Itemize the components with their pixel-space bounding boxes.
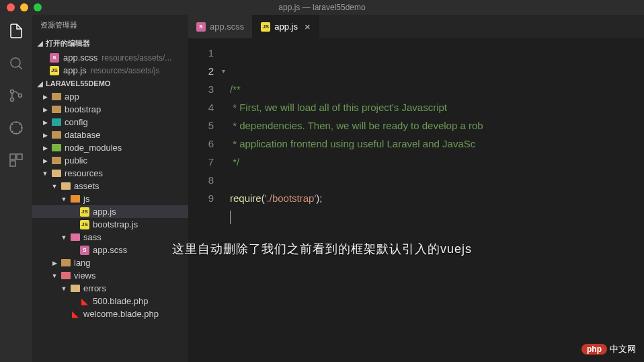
chevron-icon: ▼ — [61, 234, 67, 241]
tree-item[interactable]: ▶app — [32, 90, 188, 103]
title-bar: app.js — laravel55demo — [0, 0, 644, 15]
tree-item-label: js — [83, 194, 89, 204]
tree-item-label: bootstrap.js — [93, 219, 138, 229]
tree-item-label: resources — [65, 168, 103, 178]
tree-item[interactable]: ▶lang — [32, 256, 188, 269]
tree-item[interactable]: ▶node_modules — [32, 141, 188, 154]
activity-bar — [0, 15, 32, 362]
source-control-icon[interactable] — [7, 86, 26, 105]
tree-item-label: bootstrap — [65, 104, 101, 114]
maximize-window[interactable] — [34, 3, 42, 11]
chevron-icon: ▼ — [61, 196, 67, 203]
folder-icon — [52, 106, 61, 113]
chevron-icon: ▼ — [61, 285, 67, 292]
open-editors-label: 打开的编辑器 — [46, 38, 90, 48]
tree-item[interactable]: ▶public — [32, 154, 188, 167]
folder-icon — [52, 131, 61, 139]
close-window[interactable] — [7, 3, 15, 11]
tree-item-label: views — [74, 270, 96, 281]
tree-item[interactable]: ▼assets — [32, 180, 188, 192]
close-tab-icon[interactable]: × — [305, 21, 311, 32]
watermark: php 中文网 — [581, 343, 636, 355]
editor-tab[interactable]: Sapp.scss — [188, 15, 253, 38]
tree-item[interactable]: ▶bootstrap — [32, 103, 188, 116]
project-header[interactable]: ◢ LARAVEL55DEMO — [32, 77, 188, 90]
sidebar: 资源管理器 ◢ 打开的编辑器 Sapp.scss resources/asset… — [32, 15, 188, 362]
tree-item[interactable]: JSapp.js — [32, 205, 188, 218]
laravel-icon: ◣ — [81, 296, 88, 306]
folder-open-icon — [61, 182, 71, 190]
debug-icon[interactable] — [7, 118, 26, 137]
tree-item-label: node_modules — [65, 143, 122, 153]
tree-item-label: sass — [83, 232, 102, 242]
extensions-icon[interactable] — [7, 151, 26, 170]
tree-item-label: assets — [74, 181, 99, 191]
chevron-icon: ▶ — [42, 119, 48, 126]
svg-rect-7 — [17, 154, 22, 159]
minimize-window[interactable] — [20, 3, 28, 11]
open-editor-item[interactable]: JSapp.js resources/assets/js — [32, 64, 188, 77]
js-icon: JS — [80, 220, 89, 229]
tree-item-label: errors — [83, 283, 106, 293]
chevron-icon: ▶ — [42, 94, 48, 100]
folder-icon — [71, 195, 80, 203]
tree-item-label: app.scss — [93, 245, 127, 255]
chevron-icon — [70, 209, 77, 215]
explorer-icon[interactable] — [7, 22, 26, 40]
svg-rect-8 — [10, 161, 15, 166]
tab-bar: Sapp.scssJSapp.js× — [188, 15, 644, 38]
chevron-icon: ▼ — [42, 170, 48, 177]
svg-point-4 — [19, 94, 22, 98]
tree-item[interactable]: ◣welcome.blade.php — [32, 307, 188, 320]
chevron-icon: ▶ — [42, 132, 48, 139]
tree-item[interactable]: ▼errors — [32, 282, 188, 295]
tree-item[interactable]: ▶database — [32, 129, 188, 141]
svg-point-5 — [10, 122, 22, 134]
code-editor[interactable]: 1 2 3 4 5 6 7 8 9 ▾ /** * First, we will… — [188, 38, 644, 362]
folder-icon — [52, 93, 61, 100]
tree-item[interactable]: ▼resources — [32, 167, 188, 180]
tree-item-label: 500.blade.php — [93, 296, 148, 306]
file-path: resources/assets/js — [91, 66, 160, 75]
search-icon[interactable] — [7, 54, 26, 73]
folder-icon — [52, 118, 61, 126]
scss-icon: S — [196, 22, 206, 32]
folder-icon — [61, 272, 71, 279]
line-numbers: 1 2 3 4 5 6 7 8 9 — [188, 44, 222, 362]
js-icon: JS — [80, 207, 89, 217]
open-editors-header[interactable]: ◢ 打开的编辑器 — [32, 36, 188, 51]
tree-item[interactable]: Sapp.scss — [32, 244, 188, 256]
tree-item-label: app.js — [93, 207, 116, 217]
tree-item[interactable]: ▼sass — [32, 231, 188, 244]
chevron-down-icon: ◢ — [36, 40, 44, 47]
chevron-icon — [70, 298, 77, 305]
project-label: LARAVEL55DEMO — [46, 79, 110, 87]
open-editor-item[interactable]: Sapp.scss resources/assets/... — [32, 51, 188, 64]
tree-item[interactable]: ▼views — [32, 269, 188, 282]
file-name: app.js — [63, 65, 87, 75]
tree-item-label: database — [65, 130, 101, 140]
tree-item-label: public — [65, 155, 87, 166]
tree-item[interactable]: ◣500.blade.php — [32, 295, 188, 307]
scss-icon: S — [80, 246, 89, 255]
tab-label: app.js — [274, 22, 298, 32]
svg-line-1 — [19, 66, 22, 69]
tree-item[interactable]: JSbootstrap.js — [32, 218, 188, 231]
tree-item[interactable]: ▼js — [32, 192, 188, 205]
sidebar-title: 资源管理器 — [32, 15, 188, 36]
svg-point-0 — [11, 58, 20, 67]
folder-icon — [61, 259, 71, 266]
folder-icon — [71, 233, 80, 241]
file-path: resources/assets/... — [102, 53, 171, 63]
svg-rect-6 — [10, 154, 15, 159]
chevron-icon: ▼ — [51, 183, 58, 190]
tree-item[interactable]: ▶config — [32, 116, 188, 129]
window-title: app.js — laravel55demo — [278, 3, 365, 12]
folder-icon — [52, 157, 61, 164]
svg-point-3 — [11, 98, 14, 102]
editor-tab[interactable]: JSapp.js× — [253, 15, 319, 38]
chevron-icon: ▼ — [51, 273, 58, 279]
code-content[interactable]: /** * First, we will load all of this pr… — [230, 44, 644, 362]
file-name: app.scss — [63, 52, 97, 63]
watermark-text: 中文网 — [610, 343, 636, 355]
